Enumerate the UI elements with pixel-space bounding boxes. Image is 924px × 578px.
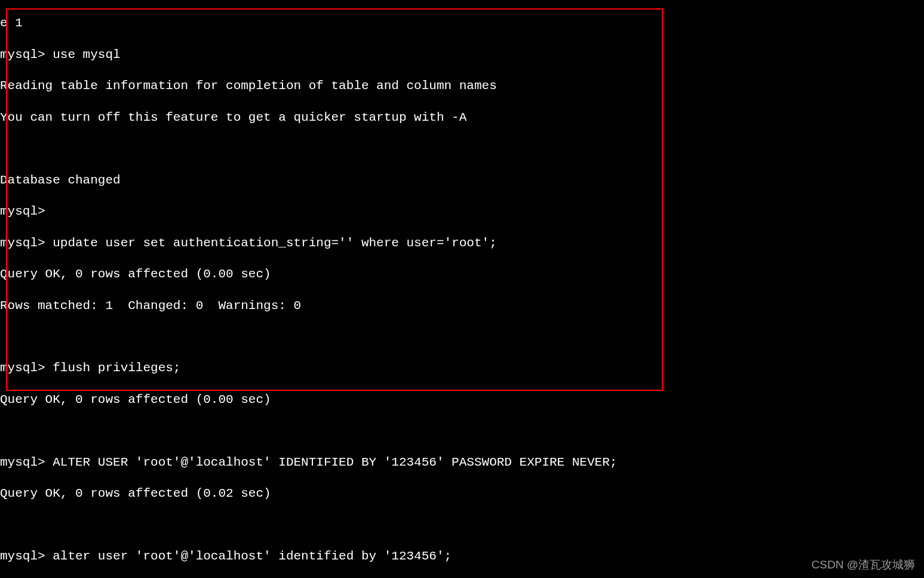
terminal-line: Database changed [0, 173, 924, 188]
terminal-line: mysql> alter user 'root'@'localhost' ide… [0, 549, 924, 564]
terminal-output[interactable]: e 1 mysql> use mysql Reading table infor… [0, 0, 924, 578]
terminal-line [0, 141, 924, 157]
terminal-line: Query OK, 0 rows affected (0.02 sec) [0, 486, 924, 501]
terminal-line: mysql> [0, 204, 924, 219]
terminal-line: Query OK, 0 rows affected (0.00 sec) [0, 392, 924, 408]
terminal-line [0, 518, 924, 533]
terminal-line: mysql> update user set authentication_st… [0, 236, 924, 251]
terminal-line: Query OK, 0 rows affected (0.00 sec) [0, 267, 924, 282]
terminal-line: mysql> use mysql [0, 47, 924, 63]
terminal-line: mysql> flush privileges; [0, 360, 924, 376]
terminal-line [0, 423, 924, 439]
terminal-line [0, 329, 924, 345]
terminal-line: e 1 [0, 16, 924, 31]
terminal-line: You can turn off this feature to get a q… [0, 110, 924, 126]
terminal-line: Reading table information for completion… [0, 78, 924, 94]
terminal-line: Rows matched: 1 Changed: 0 Warnings: 0 [0, 298, 924, 314]
terminal-line: mysql> ALTER USER 'root'@'localhost' IDE… [0, 455, 924, 470]
watermark-text: CSDN @渣瓦攻城狮 [812, 558, 915, 572]
